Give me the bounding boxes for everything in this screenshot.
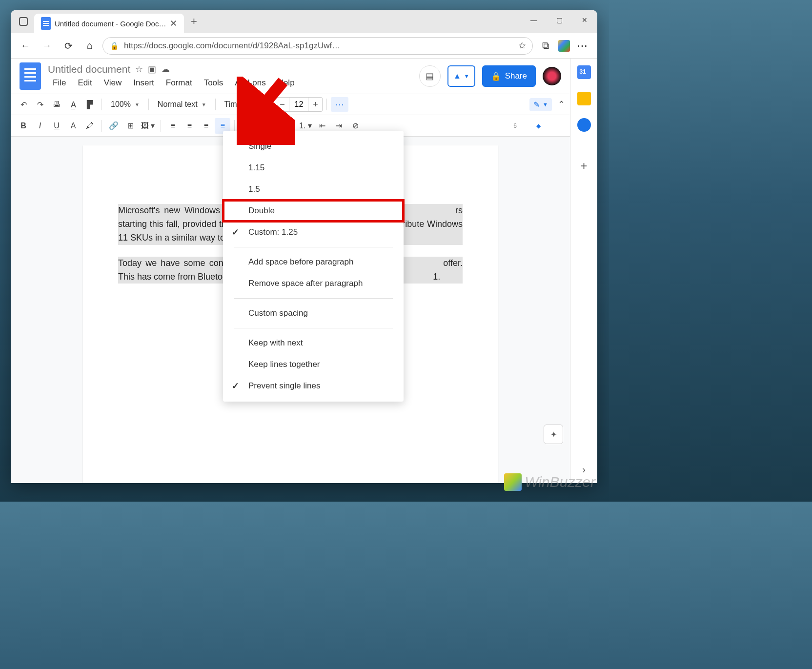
keep-lines-together[interactable]: Keep lines together xyxy=(223,354,404,375)
tab-close-icon[interactable]: ✕ xyxy=(170,18,177,29)
window-controls: — ▢ ✕ xyxy=(521,10,597,30)
align-left-button[interactable]: ≡ xyxy=(165,118,181,134)
text-color-button[interactable]: A xyxy=(65,118,81,134)
print-button[interactable]: 🖶 xyxy=(49,97,64,112)
new-tab-button[interactable]: + xyxy=(184,15,203,28)
present-button[interactable]: ▲ ▼ xyxy=(447,65,475,87)
calendar-icon[interactable] xyxy=(577,65,591,79)
menu-edit[interactable]: Edit xyxy=(73,77,97,89)
more-tools-button[interactable]: ⋯ xyxy=(331,97,348,112)
menu-separator xyxy=(234,298,393,299)
toolbar-primary: ↶ ↷ 🖶 A̲ ▛ 100% ▼ Normal text ▼ Times N xyxy=(11,94,570,115)
share-button[interactable]: 🔒 Share xyxy=(482,65,536,87)
highlight-button[interactable]: 🖍 xyxy=(82,118,98,134)
menu-tools[interactable]: Tools xyxy=(199,77,228,89)
close-window-button[interactable]: ✕ xyxy=(572,10,597,30)
browser-menu-button[interactable]: ⋯ xyxy=(574,37,591,55)
underline-button[interactable]: U xyxy=(49,118,64,134)
add-space-before[interactable]: Add space before paragraph xyxy=(223,251,404,273)
spacing-single[interactable]: Single xyxy=(223,136,404,157)
spellcheck-button[interactable]: A̲ xyxy=(65,97,81,112)
caret-icon: ▼ xyxy=(543,101,548,107)
back-button[interactable]: ← xyxy=(17,37,34,55)
watermark: WinBuzzer xyxy=(504,473,595,491)
add-sidebar-button[interactable]: + xyxy=(580,159,587,173)
insert-image-button[interactable]: 🖼 ▾ xyxy=(139,118,157,134)
undo-button[interactable]: ↶ xyxy=(16,97,31,112)
lock-icon: 🔒 xyxy=(110,41,119,50)
menu-help[interactable]: Help xyxy=(273,77,300,89)
line-spacing-dropdown: Single 1.15 1.5 Double Custom: 1.25 Add … xyxy=(223,131,404,402)
browser-window: Untitled document - Google Doc… ✕ + — ▢ … xyxy=(11,10,597,483)
explore-button[interactable]: ✦ xyxy=(544,425,563,444)
remove-space-after[interactable]: Remove space after paragraph xyxy=(223,273,404,294)
menu-addons[interactable]: Add-ons xyxy=(230,77,270,89)
menu-insert[interactable]: Insert xyxy=(128,77,159,89)
comments-button[interactable]: ▤ xyxy=(419,65,441,87)
forward-button[interactable]: → xyxy=(38,37,56,55)
italic-button[interactable]: I xyxy=(32,118,48,134)
align-center-button[interactable]: ≡ xyxy=(182,118,197,134)
prevent-single-lines[interactable]: Prevent single lines xyxy=(223,375,404,397)
watermark-logo-icon xyxy=(504,473,522,491)
watermark-text: WinBuzzer xyxy=(525,474,595,490)
ruler-marker-icon[interactable]: ◆ xyxy=(536,122,541,129)
docs-favicon xyxy=(41,17,51,30)
increase-font-button[interactable]: + xyxy=(308,100,322,110)
zoom-select[interactable]: 100% ▼ xyxy=(106,100,144,109)
extension-icon[interactable] xyxy=(558,40,570,52)
ruler: 6 ◆ xyxy=(513,122,565,129)
reload-button[interactable]: ⟳ xyxy=(60,37,77,55)
font-size-value[interactable]: 12 xyxy=(289,98,308,111)
tab-overview-button[interactable] xyxy=(13,10,34,33)
spacing-15[interactable]: 1.5 xyxy=(223,179,404,200)
tab-strip: Untitled document - Google Doc… ✕ + xyxy=(11,10,203,33)
maximize-button[interactable]: ▢ xyxy=(547,10,572,30)
spacing-115[interactable]: 1.15 xyxy=(223,157,404,179)
minimize-button[interactable]: — xyxy=(521,10,547,30)
collections-button[interactable]: ⧉ xyxy=(537,37,554,55)
present-arrow-icon: ▲ xyxy=(453,72,461,81)
spacing-custom-current[interactable]: Custom: 1.25 xyxy=(223,222,404,243)
collapse-toolbar-button[interactable]: ⌃ xyxy=(558,99,565,110)
favorite-star-icon[interactable]: ✩ xyxy=(519,41,526,51)
browser-tab[interactable]: Untitled document - Google Doc… ✕ xyxy=(34,14,184,33)
editing-mode-button[interactable]: ✎ ▼ xyxy=(529,98,552,111)
tab-title: Untitled document - Google Doc… xyxy=(55,20,166,28)
docs-logo-icon[interactable] xyxy=(20,62,41,90)
style-select[interactable]: Normal text ▼ xyxy=(153,100,211,109)
insert-link-button[interactable]: 🔗 xyxy=(106,118,122,134)
cloud-status-icon[interactable]: ☁ xyxy=(161,64,170,75)
keep-icon[interactable] xyxy=(577,92,591,105)
menu-bar: File Edit View Insert Format Tools Add-o… xyxy=(48,77,300,89)
star-icon[interactable]: ☆ xyxy=(135,64,143,75)
tasks-icon[interactable] xyxy=(577,118,591,132)
menu-separator xyxy=(234,247,393,247)
keep-with-next[interactable]: Keep with next xyxy=(223,332,404,354)
bold-button[interactable]: B xyxy=(16,118,31,134)
address-bar[interactable]: 🔒 https://docs.google.com/document/d/192… xyxy=(102,37,533,55)
font-select[interactable]: Times N ▼ xyxy=(220,100,267,109)
zoom-value: 100% xyxy=(111,100,131,109)
custom-spacing[interactable]: Custom spacing xyxy=(223,303,404,324)
font-size-group: − 12 + xyxy=(275,97,323,112)
user-avatar[interactable] xyxy=(543,67,561,85)
menu-format[interactable]: Format xyxy=(161,77,197,89)
menu-view[interactable]: View xyxy=(99,77,127,89)
home-button[interactable]: ⌂ xyxy=(81,37,99,55)
caret-icon: ▼ xyxy=(135,102,140,107)
spacing-double[interactable]: Double xyxy=(223,200,404,222)
align-right-button[interactable]: ≡ xyxy=(198,118,214,134)
url-text: https://docs.google.com/document/d/1928A… xyxy=(124,41,340,51)
share-label: Share xyxy=(505,71,527,81)
document-title[interactable]: Untitled document xyxy=(48,63,130,75)
insert-comment-button[interactable]: ⊞ xyxy=(122,118,138,134)
paint-format-button[interactable]: ▛ xyxy=(82,97,98,112)
decrease-font-button[interactable]: − xyxy=(275,100,289,110)
move-icon[interactable]: ▣ xyxy=(148,64,156,75)
menu-file[interactable]: File xyxy=(48,77,71,89)
side-panel: + › xyxy=(570,59,597,483)
svg-rect-0 xyxy=(20,18,27,25)
redo-button[interactable]: ↷ xyxy=(32,97,48,112)
lock-icon: 🔒 xyxy=(491,71,501,81)
